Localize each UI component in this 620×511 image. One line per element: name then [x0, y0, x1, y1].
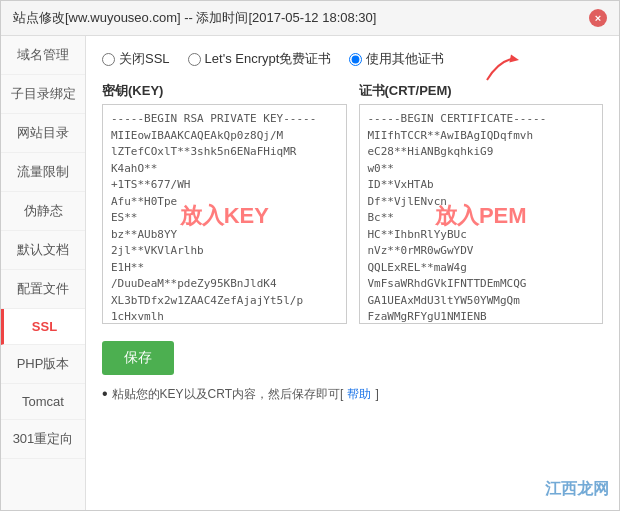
help-link[interactable]: 帮助: [347, 386, 371, 403]
ssl-letsencrypt-option[interactable]: Let's Encrypt免费证书: [188, 50, 332, 68]
main-layout: 域名管理 子目录绑定 网站目录 流量限制 伪静态 默认文档 配置文件 SSL P…: [1, 36, 619, 510]
sidebar: 域名管理 子目录绑定 网站目录 流量限制 伪静态 默认文档 配置文件 SSL P…: [1, 36, 86, 510]
title-bar: 站点修改[ww.wuyouseo.com] -- 添加时间[2017-05-12…: [1, 1, 619, 36]
sidebar-item-ssl[interactable]: SSL: [1, 309, 85, 345]
key-textarea[interactable]: [102, 104, 347, 324]
sidebar-item-default-doc[interactable]: 默认文档: [1, 231, 85, 270]
svg-marker-0: [509, 54, 519, 62]
sidebar-item-domain[interactable]: 域名管理: [1, 36, 85, 75]
hint-suffix: ]: [375, 387, 378, 401]
sidebar-item-subdir[interactable]: 子目录绑定: [1, 75, 85, 114]
ssl-letsencrypt-radio[interactable]: [188, 53, 201, 66]
sidebar-item-tomcat[interactable]: Tomcat: [1, 384, 85, 420]
ssl-off-option[interactable]: 关闭SSL: [102, 50, 170, 68]
key-label: 密钥(KEY): [102, 82, 347, 100]
ssl-off-radio[interactable]: [102, 53, 115, 66]
sidebar-item-traffic[interactable]: 流量限制: [1, 153, 85, 192]
key-block: 密钥(KEY) 放入KEY: [102, 82, 347, 327]
sidebar-item-webdir[interactable]: 网站目录: [1, 114, 85, 153]
ssl-other-radio[interactable]: [349, 53, 362, 66]
cert-textarea-wrapper: 放入PEM: [359, 104, 604, 327]
key-cert-row: 密钥(KEY) 放入KEY 证书(CRT/PEM) 放入PEM: [102, 82, 603, 327]
hint-row: • 粘贴您的KEY以及CRT内容，然后保存即可[帮助]: [102, 385, 603, 403]
window-title: 站点修改[ww.wuyouseo.com] -- 添加时间[2017-05-12…: [13, 9, 376, 27]
arrow-icon: [483, 52, 523, 84]
cert-block: 证书(CRT/PEM) 放入PEM: [359, 82, 604, 327]
close-button[interactable]: ×: [589, 9, 607, 27]
ssl-off-label: 关闭SSL: [119, 50, 170, 68]
content-area: 关闭SSL Let's Encrypt免费证书 使用其他证书 密钥(KEY): [86, 36, 619, 510]
main-window: 站点修改[ww.wuyouseo.com] -- 添加时间[2017-05-12…: [0, 0, 620, 511]
bullet-icon: •: [102, 385, 108, 403]
save-button[interactable]: 保存: [102, 341, 174, 375]
sidebar-item-php[interactable]: PHP版本: [1, 345, 85, 384]
ssl-letsencrypt-label: Let's Encrypt免费证书: [205, 50, 332, 68]
sidebar-item-config[interactable]: 配置文件: [1, 270, 85, 309]
hint-prefix: 粘贴您的KEY以及CRT内容，然后保存即可[: [112, 386, 344, 403]
cert-label: 证书(CRT/PEM): [359, 82, 604, 100]
watermark: 江西龙网: [545, 479, 609, 500]
ssl-options: 关闭SSL Let's Encrypt免费证书 使用其他证书: [102, 50, 603, 68]
key-textarea-wrapper: 放入KEY: [102, 104, 347, 327]
sidebar-item-redirect[interactable]: 301重定向: [1, 420, 85, 459]
ssl-other-label: 使用其他证书: [366, 50, 444, 68]
cert-textarea[interactable]: [359, 104, 604, 324]
ssl-options-wrapper: 关闭SSL Let's Encrypt免费证书 使用其他证书: [102, 50, 603, 68]
ssl-other-option[interactable]: 使用其他证书: [349, 50, 444, 68]
sidebar-item-rewrite[interactable]: 伪静态: [1, 192, 85, 231]
